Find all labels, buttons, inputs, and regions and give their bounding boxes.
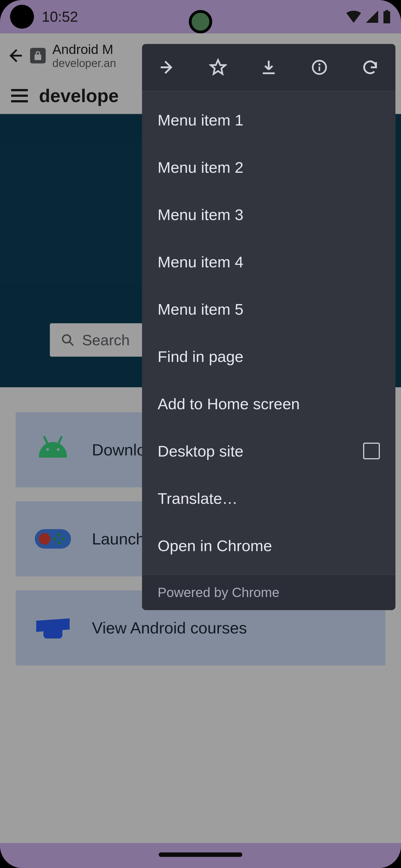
menu-item-label: Menu item 4 (157, 253, 244, 271)
bookmark-icon[interactable] (205, 55, 231, 80)
menu-item-label: Open in Chrome (157, 537, 272, 555)
menu-item[interactable]: Menu item 1 (142, 96, 395, 144)
menu-item[interactable]: Menu item 4 (142, 238, 395, 285)
menu-footer: Powered by Chrome (142, 574, 395, 610)
menu-item[interactable]: Menu item 5 (142, 285, 395, 333)
menu-item[interactable]: Menu item 2 (142, 144, 395, 191)
menu-item-label: Desktop site (157, 442, 244, 460)
menu-item-open-chrome[interactable]: Open in Chrome (142, 522, 395, 569)
download-icon[interactable] (256, 55, 281, 80)
menu-item-label: Add to Home screen (157, 395, 299, 413)
menu-item-translate[interactable]: Translate… (142, 475, 395, 522)
menu-item-desktop-site[interactable]: Desktop site (142, 427, 395, 475)
info-icon[interactable] (307, 55, 332, 80)
overflow-menu: Menu item 1 Menu item 2 Menu item 3 Menu… (142, 44, 395, 610)
forward-icon[interactable] (155, 55, 180, 80)
svg-rect-4 (319, 66, 320, 71)
menu-item-label: Menu item 1 (157, 111, 244, 129)
menu-item-label: Menu item 5 (157, 300, 244, 318)
menu-item-add-home[interactable]: Add to Home screen (142, 380, 395, 427)
menu-item[interactable]: Menu item 3 (142, 191, 395, 238)
checkbox-icon[interactable] (363, 443, 380, 459)
menu-item-label: Find in page (157, 347, 244, 366)
svg-point-3 (318, 63, 320, 65)
menu-item-label: Menu item 2 (157, 158, 244, 176)
menu-icon-row (142, 44, 395, 91)
menu-item-label: Menu item 3 (157, 206, 244, 224)
refresh-icon[interactable] (357, 55, 383, 80)
menu-item-find[interactable]: Find in page (142, 333, 395, 380)
menu-item-label: Translate… (157, 489, 237, 507)
